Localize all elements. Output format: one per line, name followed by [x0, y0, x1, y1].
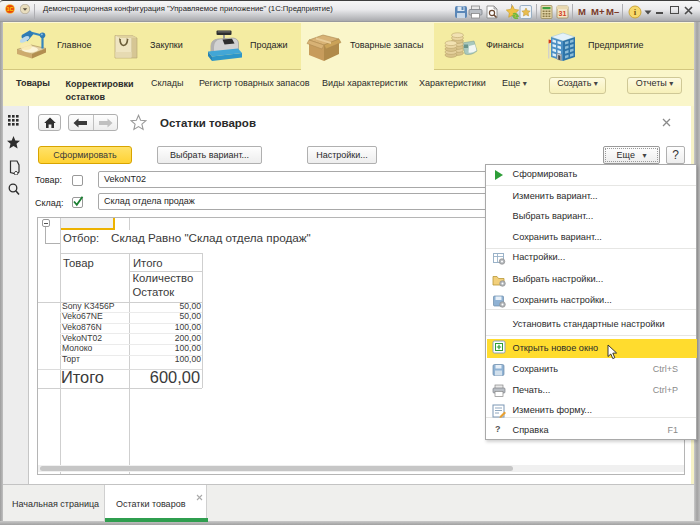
- svg-text:31: 31: [559, 10, 567, 17]
- svg-text:1С: 1С: [6, 6, 13, 12]
